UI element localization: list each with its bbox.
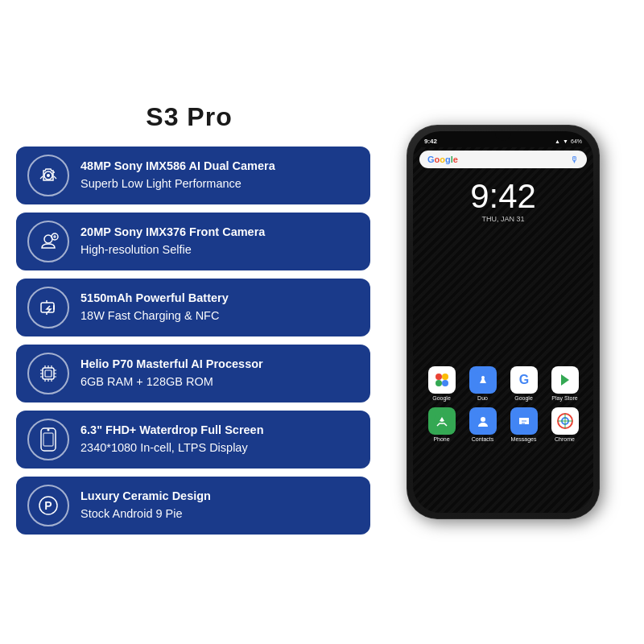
- feature-icon-processor: [27, 353, 69, 394]
- svg-point-2: [53, 171, 55, 173]
- screen-content: 9:42 ▲ ▼ 64% Google 🎙: [413, 131, 593, 513]
- left-panel: S3 Pro 48MP Sony IMX586 AI Dual CameraSu…: [8, 102, 370, 543]
- app-label: Play Store: [551, 395, 577, 401]
- apps-row-1: GoogleDuoGGooglePlay Store: [421, 366, 585, 401]
- app-label: Phone: [433, 436, 449, 442]
- feature-item-processor: Helio P70 Masterful AI Processor6GB RAM …: [16, 345, 370, 402]
- app-icon[interactable]: Phone: [428, 407, 456, 442]
- mic-icon: 🎙: [570, 155, 579, 164]
- status-icons: ▲ ▼ 64%: [555, 138, 582, 144]
- feature-item-display: 6.3" FHD+ Waterdrop Full Screen2340*1080…: [16, 411, 370, 469]
- features-list: 48MP Sony IMX586 AI Dual CameraSuperb Lo…: [16, 147, 370, 543]
- svg-text:P: P: [44, 499, 52, 512]
- big-clock: 9:42: [413, 180, 593, 213]
- svg-rect-10: [43, 433, 53, 446]
- svg-point-16: [442, 380, 448, 386]
- status-time: 9:42: [424, 138, 437, 145]
- svg-point-1: [47, 174, 50, 177]
- app-label: Contacts: [472, 436, 494, 442]
- feature-text-camera: 48MP Sony IMX586 AI Dual CameraSuperb Lo…: [80, 158, 275, 192]
- app-icon[interactable]: Duo: [469, 366, 497, 401]
- svg-point-13: [436, 374, 442, 380]
- app-icon[interactable]: Chrome: [551, 407, 579, 442]
- app-icon[interactable]: GGoogle: [510, 366, 538, 401]
- svg-point-15: [436, 380, 442, 386]
- svg-point-14: [442, 374, 448, 380]
- feature-text-android: Luxury Ceramic DesignStock Android 9 Pie: [80, 488, 211, 522]
- feature-item-android: P Luxury Ceramic DesignStock Android 9 P…: [16, 477, 370, 535]
- feature-icon-battery: [27, 287, 69, 328]
- app-icon[interactable]: Play Store: [551, 366, 579, 401]
- phone-device: 9:42 ▲ ▼ 64% Google 🎙: [407, 125, 600, 519]
- search-bar[interactable]: Google 🎙: [419, 151, 587, 168]
- svg-text:G: G: [518, 373, 528, 386]
- feature-icon-display: [27, 419, 69, 460]
- phone-screen: 9:42 ▲ ▼ 64% Google 🎙: [413, 131, 593, 513]
- app-icon[interactable]: Google: [428, 366, 456, 401]
- svg-point-23: [481, 417, 485, 422]
- app-label: Duo: [477, 395, 488, 401]
- apps-row-2: PhoneContactsMessagesChrome: [421, 407, 585, 442]
- app-icon[interactable]: Messages: [510, 407, 538, 442]
- feature-icon-camera: [27, 155, 69, 196]
- svg-point-18: [481, 376, 485, 379]
- feature-text-processor: Helio P70 Masterful AI Processor6GB RAM …: [80, 356, 263, 390]
- svg-marker-20: [561, 374, 569, 386]
- feature-item-battery: 5150mAh Powerful Battery18W Fast Chargin…: [16, 279, 370, 336]
- app-label: Chrome: [555, 436, 575, 442]
- feature-icon-selfie: [27, 221, 69, 262]
- page-container: S3 Pro 48MP Sony IMX586 AI Dual CameraSu…: [0, 0, 644, 644]
- feature-icon-android: P: [27, 485, 69, 526]
- app-label: Messages: [511, 436, 537, 442]
- apps-area: GoogleDuoGGooglePlay Store PhoneContacts…: [413, 366, 593, 448]
- svg-rect-7: [45, 370, 52, 377]
- date-display: THU, JAN 31: [413, 215, 593, 223]
- product-title: S3 Pro: [16, 102, 362, 132]
- wifi-icon: ▼: [563, 138, 568, 144]
- app-icon[interactable]: Contacts: [469, 407, 497, 442]
- signal-icon: ▲: [555, 138, 560, 144]
- feature-text-selfie: 20MP Sony IMX376 Front CameraHigh-resolu…: [80, 224, 265, 258]
- app-label: Google: [432, 395, 451, 401]
- app-label: Google: [514, 395, 533, 401]
- feature-text-display: 6.3" FHD+ Waterdrop Full Screen2340*1080…: [80, 422, 264, 456]
- battery-icon: 64%: [571, 138, 582, 144]
- phone-time-display: 9:42 THU, JAN 31: [413, 171, 593, 226]
- feature-text-battery: 5150mAh Powerful Battery18W Fast Chargin…: [80, 290, 229, 324]
- svg-rect-6: [43, 368, 54, 379]
- right-panel: 9:42 ▲ ▼ 64% Google 🎙: [370, 125, 636, 519]
- svg-point-9: [47, 428, 50, 431]
- feature-item-selfie: 20MP Sony IMX376 Front CameraHigh-resolu…: [16, 213, 370, 270]
- google-logo: Google: [427, 155, 458, 164]
- feature-item-camera: 48MP Sony IMX586 AI Dual CameraSuperb Lo…: [16, 147, 370, 204]
